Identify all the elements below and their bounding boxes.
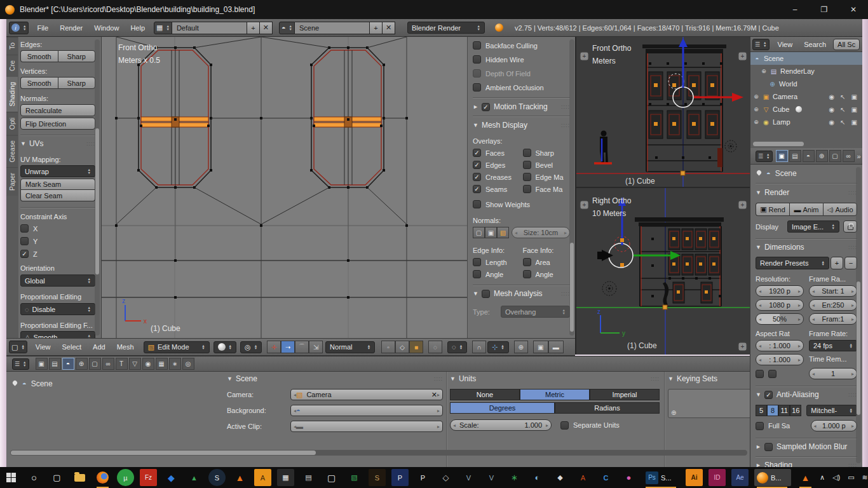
render-engine-select[interactable]: Blender Render [407, 22, 485, 34]
outliner-row-lamp[interactable]: ⊕ ◉ Lamp ◉↖▣ [750, 116, 862, 128]
time-remap-field[interactable]: 1 [809, 368, 857, 379]
menu-select[interactable]: Select [57, 343, 88, 351]
scene-add-button[interactable]: + [370, 22, 383, 34]
anti-aliasing-checkbox[interactable] [764, 391, 773, 399]
opengl-render-anim-button[interactable]: ▬ [548, 341, 564, 353]
faces-checkbox[interactable] [473, 149, 481, 157]
proportional-edit-select[interactable]: ◌ [447, 341, 467, 353]
tray-chevron-icon[interactable]: ∧ [820, 473, 825, 482]
show-weights-checkbox[interactable] [473, 200, 481, 208]
render-presets-select[interactable]: Render Presets [756, 257, 829, 269]
close-button[interactable]: ✕ [839, 0, 868, 19]
tab-render-layers[interactable]: ▤ [789, 150, 801, 162]
tray-volume-icon[interactable]: ◁) [832, 473, 840, 482]
outliner-row-world[interactable]: ⊕ World [750, 78, 862, 90]
sampled-motion-blur-header[interactable]: Sampled Motion Blur [776, 442, 847, 451]
render-button[interactable]: ▣Rend [756, 203, 789, 216]
panel-expand-icon[interactable]: ▼ [473, 290, 478, 297]
seams-checkbox[interactable] [473, 185, 481, 193]
main-3d-viewport[interactable]: z x Front Ortho Meters x 0.5 (1) Cube [102, 37, 467, 338]
outliner-editor-type-button[interactable]: ☰ [752, 39, 770, 50]
outliner-menu-search[interactable]: Search [798, 41, 832, 48]
separate-units-checkbox[interactable] [560, 421, 569, 430]
keying-sets-list[interactable]: ⊕ [668, 389, 750, 418]
scene-panel-header[interactable]: Scene [236, 374, 257, 383]
screen-layout-selector[interactable]: ▦ Default + ✕ [154, 22, 273, 34]
layout-close-button[interactable]: ✕ [260, 22, 273, 34]
panel-expand-icon[interactable]: ► [756, 444, 761, 450]
tb-dropbox[interactable]: ◆ [163, 469, 180, 486]
aa-filter-select[interactable]: Mitchell- [806, 405, 857, 416]
vertex-normals-toggle[interactable]: ▢ [473, 227, 485, 238]
tb-vlc[interactable]: ▲ [231, 469, 248, 486]
menu-view[interactable]: View [30, 343, 57, 351]
edge-select-mode-button[interactable]: ◇ [395, 341, 409, 353]
snap-toggle[interactable]: ∩ [472, 341, 486, 353]
editor-type-button[interactable]: i [9, 22, 29, 34]
panel-expand-icon[interactable]: ► [756, 462, 761, 467]
mesh-analysis-checkbox[interactable] [482, 290, 490, 298]
creases-checkbox[interactable] [473, 173, 481, 181]
frame-step-field[interactable]: Fram:1 [809, 313, 857, 325]
tab-object[interactable]: ▢ [89, 358, 101, 370]
face-normals-toggle[interactable]: ▧ [497, 227, 509, 238]
visibility-eye-icon[interactable]: ◉ [829, 93, 834, 100]
proportional-falloff-select[interactable]: △Smooth [20, 331, 95, 338]
menu-render[interactable]: Render [54, 24, 88, 32]
keying-sets-panel-header[interactable]: Keying Sets [677, 374, 717, 383]
outliner-filter-select[interactable]: All Sc [833, 39, 860, 50]
tb-file-explorer[interactable] [71, 469, 88, 486]
tb-book[interactable]: S [369, 469, 386, 486]
uvs-panel-header[interactable]: UVs [29, 139, 44, 148]
visibility-eye-icon[interactable]: ◉ [829, 106, 834, 113]
tb-indesign[interactable]: ID [709, 469, 726, 486]
tb-notepad[interactable]: ▤ [300, 469, 317, 486]
tb-firefox[interactable] [94, 469, 111, 486]
anti-aliasing-header[interactable]: Anti-Aliasing [776, 390, 819, 399]
bottom-hscrollbar[interactable] [10, 450, 747, 456]
shelf-tab-shading[interactable]: Shading [6, 76, 18, 112]
edge-marks-checkbox[interactable] [523, 173, 531, 181]
shelf-tab-paper[interactable]: Paper [6, 167, 18, 196]
scene-selector[interactable]: ◓ Scene + ✕ [279, 22, 395, 34]
sharp-checkbox[interactable] [523, 149, 531, 157]
motion-tracking-checkbox[interactable] [482, 103, 490, 111]
unwrap-menu[interactable]: Unwrap [20, 165, 95, 177]
flip-direction-button[interactable]: Flip Direction [20, 118, 95, 130]
unit-scale-slider[interactable]: Scale:1.000 [450, 419, 552, 431]
tb-writer[interactable]: ▢ [323, 469, 340, 486]
outliner-row-renderlayers[interactable]: ⊕ ▤ RenderLay [750, 65, 862, 78]
tab-modifiers[interactable]: T [116, 358, 128, 370]
expand-icon[interactable]: ⊕ [761, 68, 767, 74]
properties-editor-type-button[interactable]: ☰ [756, 151, 773, 162]
menu-help[interactable]: Help [125, 24, 151, 32]
edge-angle-checkbox[interactable] [473, 270, 481, 278]
tab-render[interactable]: ▣ [36, 358, 48, 370]
layout-add-button[interactable]: + [247, 22, 260, 34]
panel-expand-icon[interactable]: ▼ [450, 376, 456, 382]
tab-render-layers[interactable]: ▤ [49, 358, 61, 370]
border-checkbox[interactable] [756, 370, 764, 378]
properties-scrollbar[interactable] [856, 167, 861, 463]
aa-samples-5[interactable]: 5 [756, 405, 767, 416]
selectability-pointer-icon[interactable]: ↖ [840, 93, 845, 100]
backface-culling-checkbox[interactable] [473, 41, 481, 50]
npanel-scrollbar[interactable] [569, 39, 574, 336]
tb-utorrent[interactable]: µ [117, 469, 134, 486]
background-field[interactable]: ◓ [290, 405, 443, 416]
tb-tree[interactable]: ∗ [506, 469, 523, 486]
face-select-mode-button[interactable]: ■ [409, 341, 423, 353]
mesh-analysis-header[interactable]: Mesh Analysis [494, 289, 543, 298]
dof-checkbox[interactable] [473, 69, 481, 78]
units-radians-button[interactable]: Radians [555, 402, 660, 414]
full-sample-checkbox[interactable] [756, 422, 764, 430]
preset-add-button[interactable]: + [831, 257, 843, 269]
units-degrees-button[interactable]: Degrees [450, 402, 555, 414]
transform-orientation-select[interactable]: Normal [325, 341, 375, 353]
tb-unity[interactable]: ◇ [437, 469, 454, 486]
panel-expand-icon[interactable]: ▼ [473, 122, 478, 128]
tab-data[interactable]: ▽ [129, 358, 141, 370]
menu-window[interactable]: Window [88, 24, 125, 32]
units-imperial-button[interactable]: Imperial [590, 389, 660, 400]
tab-scene[interactable]: ◓ [62, 358, 74, 370]
